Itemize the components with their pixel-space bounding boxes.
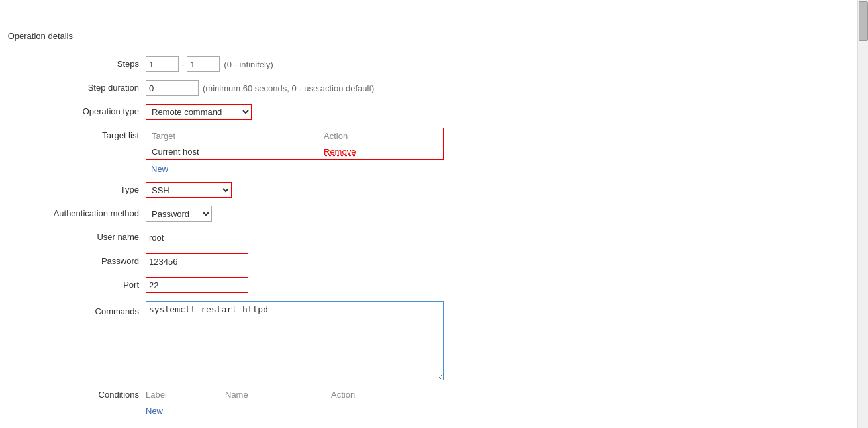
port-label: Port [0,277,146,293]
conditions-name-col: Name [225,390,331,400]
steps-hint: (0 - infinitely) [224,60,273,69]
conditions-header: Label Name Action [146,387,397,402]
operation-type-label: Operation type [0,104,146,120]
target-col-header: Target [152,131,324,141]
scrollbar-thumb[interactable] [859,1,868,41]
username-input[interactable] [146,230,248,245]
target-host-cell: Current host [152,147,324,157]
commands-label: Commands [0,301,146,320]
conditions-label-col: Label [146,390,225,400]
steps-dash: - [181,60,184,69]
target-list-label: Target list [0,128,146,144]
steps-label: Steps [0,56,146,72]
username-label: User name [0,230,146,245]
target-table: Target Action Current host Remove [146,128,444,160]
remove-link[interactable]: Remove [324,147,356,157]
target-new-link[interactable]: New [146,163,173,175]
commands-textarea[interactable]: systemctl restart httpd [146,301,444,380]
conditions-new-link[interactable]: New [146,405,168,417]
auth-method-select[interactable]: Password Public key [146,206,212,222]
target-table-row: Current host Remove [146,144,443,159]
operation-type-select[interactable]: Remote command Send message [146,104,252,120]
step-duration-label: Step duration [0,80,146,96]
step-duration-input[interactable] [146,80,199,96]
conditions-label: Conditions [0,387,146,403]
type-select[interactable]: SSH Telnet Custom script IPMI [146,182,232,198]
operation-details-label: Operation details [8,31,73,41]
port-input[interactable] [146,277,248,293]
steps-to-input[interactable] [187,56,220,72]
scrollbar[interactable] [857,0,868,428]
password-label: Password [0,253,146,269]
steps-from-input[interactable] [146,56,179,72]
page-wrapper: Steps Operation details Steps - (0 - inf… [0,0,868,428]
password-input[interactable] [146,253,248,269]
action-col-header: Action [324,131,348,141]
auth-method-label: Authentication method [0,206,146,222]
step-duration-hint: (minimum 60 seconds, 0 - use action defa… [203,83,374,93]
conditions-action-col: Action [331,390,397,400]
type-label: Type [0,182,146,198]
target-table-header: Target Action [146,128,443,144]
